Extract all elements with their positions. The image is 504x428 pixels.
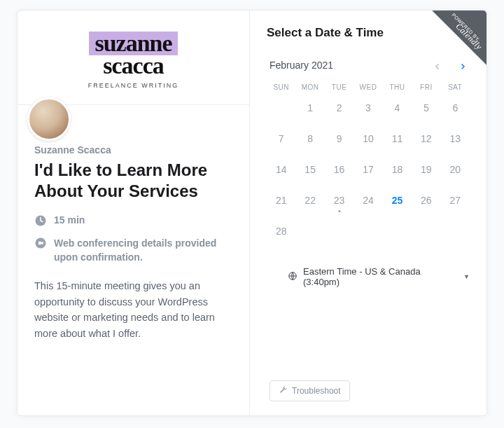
calendar-day[interactable]: 11 bbox=[383, 125, 412, 153]
calendar-week: 123456 bbox=[267, 94, 470, 122]
calendar-day[interactable]: 19 bbox=[412, 156, 440, 184]
calendar-week: 21222324252627 bbox=[267, 186, 470, 214]
calendar-day[interactable]: 18 bbox=[383, 156, 412, 184]
event-description: This 15-minute meeting gives you an oppo… bbox=[34, 278, 232, 341]
calendar-day-empty bbox=[295, 217, 324, 245]
calendar-day[interactable]: 1 bbox=[295, 94, 324, 122]
wrench-icon bbox=[279, 385, 288, 396]
dow-tue: TUE bbox=[325, 83, 354, 91]
calendar-day[interactable]: 17 bbox=[354, 156, 382, 184]
caret-down-icon: ▼ bbox=[463, 273, 470, 280]
calendar-week: 78910111213 bbox=[267, 125, 470, 153]
calendar-week: 28 bbox=[267, 217, 470, 245]
calendar-day-empty bbox=[441, 217, 470, 245]
calendar-day[interactable]: 28 bbox=[267, 217, 295, 245]
calendar-day[interactable]: 4 bbox=[383, 94, 412, 122]
calendar-week: 14151617181920 bbox=[267, 156, 470, 184]
video-icon bbox=[34, 237, 47, 249]
event-title: I'd Like to Learn More About Your Servic… bbox=[34, 160, 232, 202]
calendar-day-empty bbox=[412, 217, 440, 245]
event-details-panel: suzanne scacca FREELANCE WRITING Suzanne… bbox=[18, 11, 250, 415]
calendar-day[interactable]: 21 bbox=[267, 186, 295, 214]
globe-icon bbox=[288, 271, 298, 283]
host-logo: suzanne scacca FREELANCE WRITING bbox=[34, 27, 232, 89]
avatar bbox=[27, 97, 71, 141]
month-nav: February 2021 bbox=[267, 60, 470, 71]
calendar-day-empty bbox=[325, 217, 354, 245]
logo-line1: suzanne bbox=[89, 32, 177, 55]
calendar-day[interactable]: 22 bbox=[295, 186, 324, 214]
calendar-grid: 1234567891011121314151617181920212223242… bbox=[267, 91, 470, 245]
dow-sat: SAT bbox=[441, 83, 470, 91]
troubleshoot-button[interactable]: Troubleshoot bbox=[270, 380, 350, 401]
calendar-day[interactable]: 10 bbox=[354, 125, 382, 153]
calendar-day[interactable]: 25 bbox=[383, 186, 412, 214]
conferencing-row: Web conferencing details provided upon c… bbox=[34, 237, 232, 264]
dow-mon: MON bbox=[295, 83, 324, 91]
calendar-day[interactable]: 8 bbox=[295, 125, 324, 153]
dow-sun: SUN bbox=[267, 83, 295, 91]
calendar-day[interactable]: 5 bbox=[412, 94, 440, 122]
conferencing-text: Web conferencing details provided upon c… bbox=[54, 237, 232, 264]
calendar-day-empty bbox=[267, 94, 295, 122]
month-label: February 2021 bbox=[270, 60, 333, 71]
clock-icon bbox=[34, 214, 47, 227]
duration-text: 15 min bbox=[54, 214, 85, 226]
next-month-button[interactable] bbox=[458, 61, 467, 69]
calendar-day[interactable]: 23 bbox=[325, 186, 354, 214]
calendar-day[interactable]: 20 bbox=[441, 156, 470, 184]
duration-row: 15 min bbox=[34, 214, 232, 227]
booking-card: POWERED BY Calendly suzanne scacca FREEL… bbox=[17, 10, 487, 416]
dow-thu: THU bbox=[383, 83, 412, 91]
calendar-day[interactable]: 24 bbox=[354, 186, 382, 214]
dow-fri: FRI bbox=[412, 83, 440, 91]
host-name: Suzanne Scacca bbox=[34, 144, 232, 156]
troubleshoot-label: Troubleshoot bbox=[292, 386, 341, 396]
calendar-day[interactable]: 3 bbox=[354, 94, 382, 122]
timezone-label: Eastern Time - US & Canada (3:40pm) bbox=[303, 266, 455, 287]
calendar-day[interactable]: 2 bbox=[325, 94, 354, 122]
weekday-header: SUN MON TUE WED THU FRI SAT bbox=[267, 83, 470, 91]
calendar-day[interactable]: 6 bbox=[441, 94, 470, 122]
logo-line2: scacca bbox=[34, 54, 232, 78]
calendar-day[interactable]: 9 bbox=[325, 125, 354, 153]
calendar-day-empty bbox=[383, 217, 412, 245]
calendar-day-empty bbox=[354, 217, 382, 245]
calendar-day[interactable]: 13 bbox=[441, 125, 470, 153]
calendar-day[interactable]: 14 bbox=[267, 156, 295, 184]
prev-month-button[interactable] bbox=[433, 61, 442, 69]
calendar-day[interactable]: 27 bbox=[441, 186, 470, 214]
timezone-selector[interactable]: Eastern Time - US & Canada (3:40pm) ▼ bbox=[267, 266, 470, 287]
calendar-day[interactable]: 16 bbox=[325, 156, 354, 184]
logo-subtitle: FREELANCE WRITING bbox=[34, 82, 232, 89]
calendar-day[interactable]: 7 bbox=[267, 125, 295, 153]
calendar-panel: Select a Date & Time February 2021 SUN M… bbox=[250, 11, 486, 415]
calendar-day[interactable]: 26 bbox=[412, 186, 440, 214]
calendar-day[interactable]: 15 bbox=[295, 156, 324, 184]
dow-wed: WED bbox=[354, 83, 382, 91]
select-date-heading: Select a Date & Time bbox=[267, 26, 470, 40]
calendar-day[interactable]: 12 bbox=[412, 125, 440, 153]
